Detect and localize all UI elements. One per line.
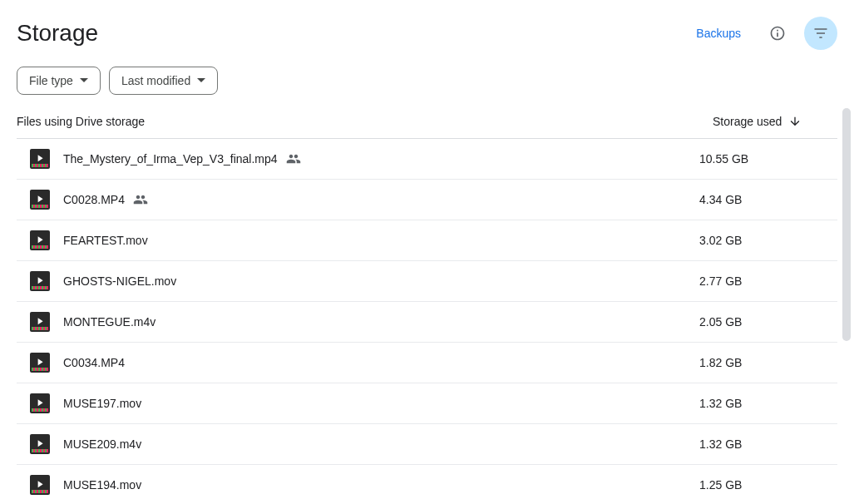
file-name: MUSE197.mov <box>63 397 699 410</box>
backups-link[interactable]: Backups <box>686 20 751 47</box>
file-size: 4.34 GB <box>699 193 824 206</box>
file-name: MUSE209.m4v <box>63 437 699 451</box>
video-file-icon <box>30 271 50 291</box>
last-modified-filter[interactable]: Last modified <box>109 67 218 95</box>
file-size: 1.32 GB <box>699 437 824 451</box>
file-name-text: FEARTEST.mov <box>63 234 148 247</box>
video-file-icon <box>30 393 50 413</box>
video-file-icon <box>30 230 50 250</box>
file-row[interactable]: C0028.MP44.34 GB <box>17 180 837 220</box>
file-row[interactable]: The_Mystery_of_Irma_Vep_V3_final.mp410.5… <box>17 139 837 180</box>
info-icon <box>769 25 786 42</box>
file-name-text: C0028.MP4 <box>63 193 125 206</box>
info-button[interactable] <box>761 17 794 50</box>
file-name: The_Mystery_of_Irma_Vep_V3_final.mp4 <box>63 151 699 166</box>
file-row[interactable]: MUSE209.m4v1.32 GB <box>17 424 837 465</box>
file-row[interactable]: MONTEGUE.m4v2.05 GB <box>17 302 837 343</box>
file-row[interactable]: MUSE194.mov1.25 GB <box>17 465 837 504</box>
filter-row: File type Last modified <box>17 67 837 95</box>
file-size: 2.05 GB <box>699 315 824 329</box>
video-file-icon <box>30 475 50 495</box>
filter-icon <box>812 25 829 42</box>
file-name-text: GHOSTS-NIGEL.mov <box>63 274 176 288</box>
video-file-icon <box>30 434 50 454</box>
file-size: 10.55 GB <box>699 152 824 166</box>
shared-icon <box>133 192 148 207</box>
header: Storage Backups <box>17 17 837 50</box>
file-name: C0028.MP4 <box>63 192 699 207</box>
header-actions: Backups <box>686 17 837 50</box>
file-size: 2.77 GB <box>699 274 824 288</box>
file-type-filter[interactable]: File type <box>17 67 101 95</box>
file-name-text: MONTEGUE.m4v <box>63 315 155 329</box>
file-size: 1.32 GB <box>699 397 824 410</box>
page-title: Storage <box>17 20 98 47</box>
file-name: FEARTEST.mov <box>63 234 699 247</box>
file-type-label: File type <box>29 74 73 87</box>
sort-descending-icon <box>788 115 802 128</box>
file-name-text: MUSE209.m4v <box>63 437 141 451</box>
file-row[interactable]: FEARTEST.mov3.02 GB <box>17 220 837 261</box>
file-size: 3.02 GB <box>699 234 824 247</box>
scrollbar-thumb[interactable] <box>842 108 851 341</box>
scrollbar[interactable] <box>842 108 851 487</box>
file-name-text: C0034.MP4 <box>63 356 125 369</box>
file-name-text: The_Mystery_of_Irma_Vep_V3_final.mp4 <box>63 152 278 166</box>
file-size: 1.25 GB <box>699 478 824 492</box>
video-file-icon <box>30 190 50 210</box>
shared-icon <box>286 151 301 166</box>
column-size-label: Storage used <box>713 115 782 128</box>
file-name-text: MUSE197.mov <box>63 397 141 410</box>
column-size-header[interactable]: Storage used <box>713 115 837 128</box>
file-name: MUSE194.mov <box>63 478 699 492</box>
chevron-down-icon <box>80 77 88 85</box>
file-row[interactable]: C0034.MP41.82 GB <box>17 343 837 383</box>
file-list: The_Mystery_of_Irma_Vep_V3_final.mp410.5… <box>17 139 837 504</box>
file-name: GHOSTS-NIGEL.mov <box>63 274 699 288</box>
file-name: C0034.MP4 <box>63 356 699 369</box>
table-header: Files using Drive storage Storage used <box>17 115 837 139</box>
file-row[interactable]: MUSE197.mov1.32 GB <box>17 383 837 424</box>
last-modified-label: Last modified <box>121 74 190 87</box>
file-size: 1.82 GB <box>699 356 824 369</box>
file-name-text: MUSE194.mov <box>63 478 141 492</box>
video-file-icon <box>30 312 50 332</box>
column-name-header[interactable]: Files using Drive storage <box>17 115 713 128</box>
video-file-icon <box>30 149 50 169</box>
chevron-down-icon <box>197 77 205 85</box>
filter-button[interactable] <box>804 17 837 50</box>
file-name: MONTEGUE.m4v <box>63 315 699 329</box>
file-row[interactable]: GHOSTS-NIGEL.mov2.77 GB <box>17 261 837 302</box>
video-file-icon <box>30 353 50 373</box>
